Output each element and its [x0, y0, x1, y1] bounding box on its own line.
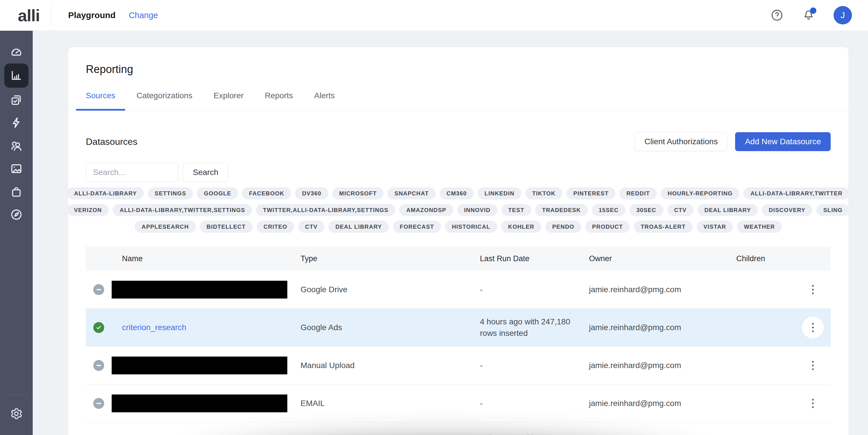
table-row[interactable]: 3 days ago with 107 rows	[86, 423, 831, 435]
table-row[interactable]: Google Drive-jamie.reinhard@pmg.com	[86, 271, 831, 309]
tab-sources[interactable]: Sources	[76, 91, 125, 111]
sidebar-item-settings[interactable]	[4, 402, 28, 425]
kebab-menu-button[interactable]	[802, 393, 824, 414]
sidebar-bottom	[4, 402, 28, 425]
tag-chip[interactable]: TWITTER,ALLI-DATA-LIBRARY,SETTINGS	[256, 204, 395, 216]
reporting-card: Reporting SourcesCategorizationsExplorer…	[68, 47, 848, 435]
tag-chip[interactable]: TROAS-ALERT	[634, 221, 693, 233]
tag-chip[interactable]: AMAZONDSP	[399, 204, 453, 216]
kebab-menu-button[interactable]	[802, 279, 824, 300]
name-cell	[112, 281, 301, 298]
tag-chip[interactable]: CTV	[298, 221, 324, 233]
tag-chip[interactable]: LINKEDIN	[477, 187, 521, 199]
tag-chip[interactable]: TRADEDESK	[535, 204, 588, 216]
client-authorizations-button[interactable]: Client Authorizations	[634, 132, 727, 151]
tag-chip[interactable]: APPLESEARCH	[135, 221, 195, 233]
header-last-run-date: Last Run Date	[480, 254, 589, 263]
add-new-datasource-button[interactable]: Add New Datasource	[735, 132, 831, 151]
tag-chip[interactable]: VERIZON	[67, 204, 109, 216]
tag-chip[interactable]: REDDIT	[619, 187, 657, 199]
sidebar-item-audiences[interactable]	[4, 134, 28, 157]
compass-icon	[10, 208, 23, 221]
tag-chips: ALLI-DATA-LIBRARYSETTINGSGOOGLEFACEBOOKD…	[86, 187, 831, 233]
datasources-title: Datasources	[86, 137, 634, 147]
header-name: Name	[112, 254, 301, 263]
status-minus-icon	[93, 398, 104, 409]
tag-chip[interactable]: CM360	[440, 187, 474, 199]
tag-chip[interactable]: TIKTOK	[525, 187, 562, 199]
tag-chip[interactable]: PRODUCT	[585, 221, 630, 233]
tag-chip[interactable]: VISTAR	[696, 221, 733, 233]
tag-chip[interactable]: SETTINGS	[148, 187, 193, 199]
sidebar-item-dashboard[interactable]	[4, 40, 28, 63]
sidebar-item-tasks[interactable]	[4, 88, 28, 111]
search-button[interactable]: Search	[183, 163, 228, 182]
user-avatar[interactable]: J	[834, 6, 852, 24]
table-row[interactable]: EMAIL-jamie.reinhard@pmg.com	[86, 384, 831, 423]
tab-alerts[interactable]: Alerts	[305, 91, 345, 111]
tag-chip[interactable]: ALLI-DATA-LIBRARY,TWITTER,SETTINGS	[113, 204, 252, 216]
datasource-name-link[interactable]: criterion_research	[112, 323, 186, 332]
tag-chip[interactable]: ALLI-DATA-LIBRARY,TWITTER	[743, 187, 849, 199]
tag-chip[interactable]: 30SEC	[629, 204, 663, 216]
table-row[interactable]: criterion_researchGoogle Ads4 hours ago …	[86, 309, 831, 347]
tag-chip[interactable]: DV360	[295, 187, 328, 199]
kebab-icon	[812, 361, 814, 370]
help-icon[interactable]	[770, 9, 784, 22]
kebab-menu-button[interactable]	[802, 354, 824, 376]
tag-chip[interactable]: FACEBOOK	[242, 187, 291, 199]
tag-chip[interactable]: CTV	[668, 204, 694, 216]
tab-explorer[interactable]: Explorer	[204, 91, 253, 111]
kebab-menu-button[interactable]	[802, 317, 824, 339]
last-run-cell: 3 days ago with 107 rows	[480, 423, 589, 435]
tag-chip[interactable]: BIDTELLECT	[200, 221, 253, 233]
last-run-cell: -	[480, 398, 589, 409]
sidebar-item-creative[interactable]	[4, 157, 28, 180]
table-row[interactable]: Manual Upload-jamie.reinhard@pmg.com	[86, 347, 831, 384]
tag-chip[interactable]: CRITEO	[257, 221, 294, 233]
search-input[interactable]	[86, 163, 178, 182]
tag-chip[interactable]: GOOGLE	[197, 187, 238, 199]
sidebar-divider	[5, 395, 27, 395]
tag-chip[interactable]: DISCOVERY	[762, 204, 812, 216]
tag-chip[interactable]: HOURLY-REPORTING	[661, 187, 739, 199]
sidebar-item-discover[interactable]	[4, 203, 28, 226]
last-run-cell: -	[480, 360, 589, 371]
datasources-header: Datasources Client Authorizations Add Ne…	[86, 132, 831, 151]
tag-chip[interactable]: DEAL LIBRARY	[698, 204, 758, 216]
tag-chip[interactable]: KOHLER	[501, 221, 541, 233]
bag-icon	[10, 185, 23, 198]
change-workspace-link[interactable]: Change	[129, 11, 158, 20]
tag-chip[interactable]: DEAL LIBRARY	[329, 221, 389, 233]
tag-chip[interactable]: TEST	[501, 204, 531, 216]
topbar-actions: J	[770, 6, 852, 24]
type-cell	[301, 423, 480, 432]
type-cell: Manual Upload	[301, 361, 480, 370]
tab-bar: SourcesCategorizationsExplorerReportsAle…	[68, 91, 848, 111]
sidebar-item-shop[interactable]	[4, 180, 28, 203]
tag-chip[interactable]: WEATHER	[737, 221, 782, 233]
tag-chip[interactable]: MICROSOFT	[332, 187, 384, 199]
tab-reports[interactable]: Reports	[255, 91, 303, 111]
tag-chip[interactable]: SLING	[816, 204, 849, 216]
status-cell	[86, 423, 112, 435]
tag-chip[interactable]: PENDO	[546, 221, 581, 233]
tag-chip[interactable]: HISTORICAL	[445, 221, 497, 233]
owner-cell: jamie.reinhard@pmg.com	[589, 361, 736, 370]
kebab-icon	[812, 323, 814, 332]
status-cell	[86, 284, 112, 295]
search-row: Search	[86, 163, 831, 182]
tab-categorizations[interactable]: Categorizations	[127, 91, 203, 111]
tag-chip[interactable]: ALLI-DATA-LIBRARY	[67, 187, 144, 199]
tag-chip[interactable]: PINTEREST	[566, 187, 615, 199]
alli-logo[interactable]: alli	[18, 6, 40, 25]
tag-chip[interactable]: FORECAST	[393, 221, 441, 233]
tag-chip[interactable]: INNOVID	[457, 204, 497, 216]
sidebar-item-automation[interactable]	[4, 111, 28, 134]
tag-chip[interactable]: SNAPCHAT	[388, 187, 435, 199]
actions-cell	[736, 384, 831, 422]
sidebar-item-reporting[interactable]	[4, 63, 28, 88]
notifications-bell-icon[interactable]	[802, 9, 815, 22]
tag-chip[interactable]: 15SEC	[592, 204, 625, 216]
redacted-name-box	[112, 281, 287, 298]
